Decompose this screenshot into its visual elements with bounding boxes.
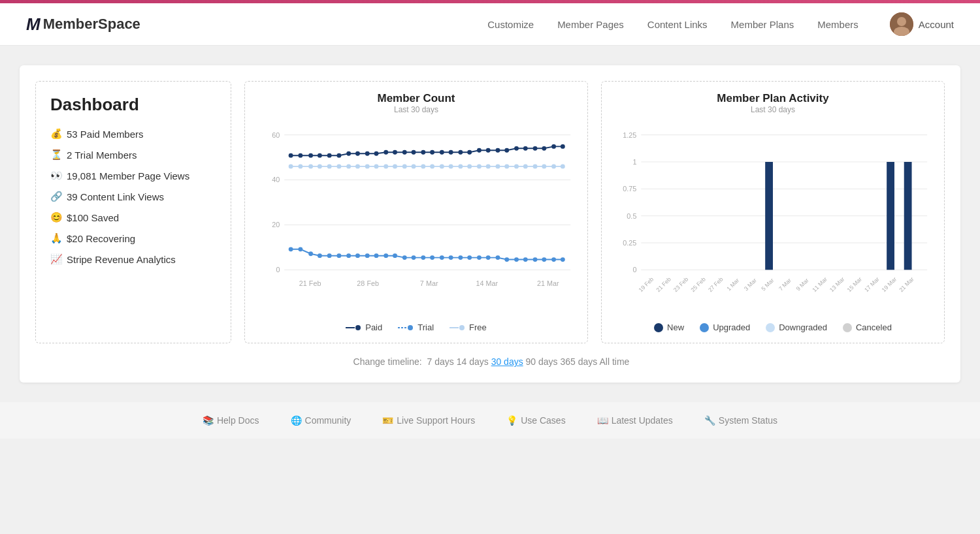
- timeline-alltime[interactable]: All time: [599, 356, 629, 367]
- legend-upgraded-dot: [700, 323, 709, 332]
- footer-help-docs-label: Help Docs: [217, 415, 259, 426]
- stat-trial-members[interactable]: ⏳ 2 Trial Members: [50, 149, 216, 161]
- svg-point-65: [467, 164, 472, 168]
- stat-saved-icon: 😊: [50, 212, 63, 223]
- svg-point-53: [355, 164, 360, 168]
- svg-point-88: [402, 255, 407, 260]
- dashboard-container: Dashboard 💰 53 Paid Members ⏳ 2 Trial Me…: [20, 65, 960, 383]
- footer-community[interactable]: 🌐 Community: [291, 415, 351, 426]
- svg-text:9 Mar: 9 Mar: [795, 277, 810, 292]
- svg-point-100: [514, 257, 519, 262]
- stat-trial-icon: ⏳: [50, 149, 63, 161]
- legend-canceled-dot: [843, 323, 852, 332]
- stat-page-views[interactable]: 👀 19,081 Member Page Views: [50, 170, 216, 181]
- stat-recovering-link[interactable]: $20 Recovering: [67, 233, 135, 244]
- svg-point-74: [551, 164, 556, 168]
- nav-member-pages[interactable]: Member Pages: [557, 19, 624, 30]
- nav-content-links[interactable]: Content Links: [647, 19, 708, 30]
- stat-paid-members[interactable]: 💰 53 Paid Members: [50, 128, 216, 140]
- svg-text:20: 20: [272, 221, 280, 228]
- svg-text:21 Feb: 21 Feb: [655, 275, 672, 293]
- timeline-30days[interactable]: 30 days: [491, 356, 523, 367]
- svg-text:0: 0: [276, 266, 280, 274]
- svg-point-48: [308, 164, 313, 168]
- legend-canceled-label: Canceled: [856, 322, 892, 332]
- svg-point-103: [542, 257, 546, 262]
- svg-point-76: [289, 247, 293, 251]
- footer-use-cases[interactable]: 💡 Use Cases: [506, 415, 565, 426]
- timeline-row: Change timeline: 7 days 14 days 30 days …: [35, 356, 945, 367]
- legend-paid-label: Paid: [365, 322, 382, 332]
- timeline-7days[interactable]: 7 days: [427, 356, 454, 367]
- svg-point-31: [430, 150, 434, 155]
- svg-point-73: [542, 164, 546, 168]
- member-plan-svg: 1.25 1 0.75 0.5 0.25 0 19 Feb 21 Feb 23 …: [612, 121, 934, 316]
- stat-paid-link[interactable]: 53 Paid Members: [67, 129, 144, 140]
- footer-latest-updates[interactable]: 📖 Latest Updates: [597, 415, 673, 426]
- svg-point-56: [384, 164, 388, 168]
- svg-point-75: [561, 164, 565, 168]
- footer-help-docs[interactable]: 📚 Help Docs: [203, 415, 259, 426]
- svg-point-34: [458, 150, 463, 155]
- account-section[interactable]: Account: [890, 12, 954, 36]
- svg-text:0.5: 0.5: [627, 212, 636, 220]
- svg-point-79: [318, 253, 322, 258]
- stat-trial-link[interactable]: 2 Trial Members: [67, 149, 137, 161]
- svg-point-43: [542, 146, 546, 151]
- svg-point-40: [514, 146, 519, 151]
- svg-text:14 Mar: 14 Mar: [476, 279, 498, 287]
- svg-point-55: [374, 164, 379, 168]
- svg-text:1.25: 1.25: [623, 131, 636, 139]
- stat-recovering[interactable]: 🙏 $20 Recovering: [50, 232, 216, 244]
- nav-member-plans[interactable]: Member Plans: [731, 19, 794, 30]
- svg-point-27: [393, 150, 397, 155]
- svg-point-46: [289, 164, 293, 168]
- stat-content-link[interactable]: 39 Content Link Views: [67, 191, 164, 202]
- timeline-90days[interactable]: 90 days: [526, 356, 558, 367]
- svg-point-45: [561, 144, 565, 149]
- svg-point-72: [533, 164, 538, 168]
- header: M MemberSpace Customize Member Pages Con…: [0, 3, 980, 46]
- footer-latest-updates-label: Latest Updates: [612, 415, 673, 426]
- svg-text:17 Mar: 17 Mar: [863, 275, 881, 293]
- member-plan-panel: Member Plan Activity Last 30 days 1.25 1: [601, 81, 945, 343]
- stat-content-links[interactable]: 🔗 39 Content Link Views: [50, 191, 216, 202]
- svg-point-91: [430, 255, 434, 260]
- svg-point-19: [318, 153, 322, 158]
- timeline-14days[interactable]: 14 days: [457, 356, 489, 367]
- stat-saved[interactable]: 😊 $100 Saved: [50, 212, 216, 223]
- svg-point-93: [449, 255, 453, 260]
- footer-use-cases-label: Use Cases: [521, 415, 565, 426]
- svg-point-102: [533, 257, 538, 262]
- svg-point-89: [412, 255, 416, 260]
- svg-point-68: [496, 164, 500, 168]
- nav-customize[interactable]: Customize: [487, 19, 534, 30]
- legend-new: New: [654, 322, 684, 332]
- svg-text:0.25: 0.25: [623, 239, 636, 247]
- svg-point-82: [346, 253, 351, 258]
- stat-saved-link[interactable]: $100 Saved: [67, 212, 119, 223]
- dashboard-card: Dashboard 💰 53 Paid Members ⏳ 2 Trial Me…: [35, 81, 231, 343]
- svg-point-105: [561, 257, 565, 262]
- svg-point-92: [440, 255, 444, 260]
- footer-system-status[interactable]: 🔧 System Status: [704, 415, 777, 426]
- svg-point-66: [477, 164, 482, 168]
- svg-point-99: [504, 257, 509, 262]
- svg-point-97: [486, 255, 491, 260]
- stat-pageview-link[interactable]: 19,081 Member Page Views: [67, 170, 189, 181]
- svg-point-17: [298, 153, 302, 158]
- stat-stripe[interactable]: 📈 Stripe Revenue Analytics: [50, 253, 216, 265]
- svg-text:13 Mar: 13 Mar: [828, 275, 846, 293]
- svg-point-52: [346, 164, 351, 168]
- logo[interactable]: M MemberSpace: [26, 14, 140, 35]
- svg-point-24: [365, 151, 370, 156]
- stat-stripe-link[interactable]: Stripe Revenue Analytics: [67, 254, 176, 265]
- svg-point-67: [486, 164, 491, 168]
- nav-members[interactable]: Members: [817, 19, 858, 30]
- footer-live-support[interactable]: 🎫 Live Support Hours: [382, 415, 475, 426]
- use-cases-icon: 💡: [506, 415, 517, 426]
- timeline-365days[interactable]: 365 days: [561, 356, 598, 367]
- svg-text:5 Mar: 5 Mar: [760, 277, 775, 292]
- svg-text:21 Feb: 21 Feb: [299, 279, 321, 287]
- legend-downgraded: Downgraded: [766, 322, 827, 332]
